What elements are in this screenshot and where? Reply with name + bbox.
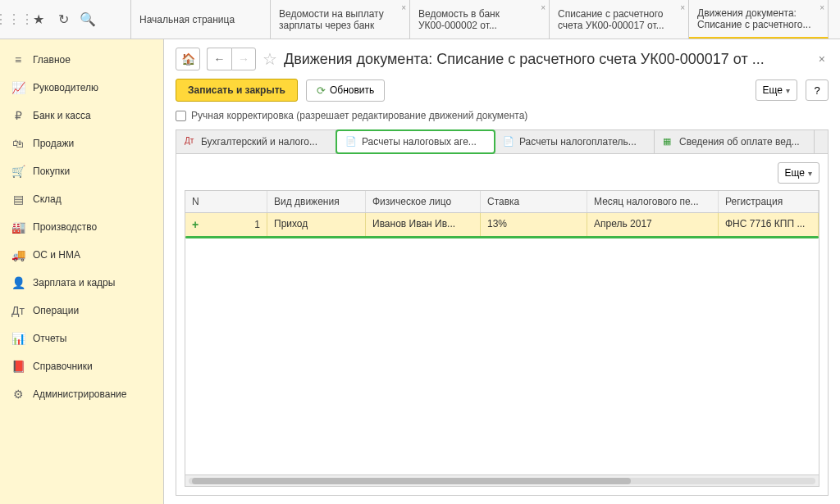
sidebar-item-sales[interactable]: 🛍Продажи	[0, 129, 163, 157]
page-title: Движения документа: Списание с расчетног…	[284, 51, 809, 68]
col-reg[interactable]: Регистрация	[719, 191, 819, 212]
doc-icon: 📄	[345, 136, 357, 148]
grid: N Вид движения Физическое лицо Ставка Ме…	[185, 190, 819, 487]
back-button[interactable]: ←	[207, 48, 231, 70]
refresh-button[interactable]: ⟳Обновить	[306, 79, 385, 102]
table-icon: ▦	[663, 136, 674, 148]
sidebar-item-hr[interactable]: 👤Зарплата и кадры	[0, 269, 163, 297]
sidebar-item-bank[interactable]: ₽Банк и касса	[0, 102, 163, 129]
close-page-button[interactable]: ×	[815, 52, 829, 66]
itab-taxpayers[interactable]: 📄Расчеты налогоплатель...	[495, 130, 655, 153]
title-row: 🏠 ← → ☆ Движения документа: Списание с р…	[176, 48, 829, 70]
forward-button[interactable]: →	[231, 48, 256, 70]
star-icon[interactable]: ★	[31, 12, 46, 27]
tab-document-movements[interactable]: Движения документа: Списание с расчетног…	[689, 0, 829, 39]
book-icon: 📕	[11, 360, 25, 373]
close-icon[interactable]: ×	[401, 3, 406, 12]
topbar: ⋮⋮⋮ ★ ↻ 🔍 Начальная страница Ведомости н…	[0, 0, 840, 39]
sidebar-item-main[interactable]: ≡Главное	[0, 46, 163, 74]
horizontal-scrollbar[interactable]	[185, 474, 819, 486]
favorite-icon[interactable]: ☆	[262, 49, 277, 69]
search-icon[interactable]: 🔍	[80, 12, 95, 27]
col-type[interactable]: Вид движения	[267, 191, 366, 212]
sidebar-item-purchases[interactable]: 🛒Покупки	[0, 157, 163, 185]
history-icon[interactable]: ↻	[56, 12, 71, 27]
sidebar-item-operations[interactable]: ДтОперации	[0, 297, 163, 325]
toolbar: Записать и закрыть ⟳Обновить Еще▾ ?	[176, 79, 829, 102]
sidebar-item-manager[interactable]: 📈Руководителю	[0, 74, 163, 102]
sidebar-item-assets[interactable]: 🚚ОС и НМА	[0, 241, 163, 269]
col-person[interactable]: Физическое лицо	[366, 191, 481, 212]
help-button[interactable]: ?	[806, 79, 829, 101]
gear-icon: ⚙	[11, 388, 25, 401]
manual-edit-checkbox[interactable]	[176, 111, 186, 121]
itab-payment-info[interactable]: ▦Сведения об оплате вед...	[655, 130, 815, 153]
tab-payroll-lists[interactable]: Ведомости на выплату зарплаты через банк…	[271, 0, 410, 39]
grid-header: N Вид движения Физическое лицо Ставка Ме…	[185, 191, 819, 213]
grid-body: +1 Приход Иванов Иван Ив... 13% Апрель 2…	[185, 213, 819, 474]
chart-icon: 📈	[11, 81, 25, 94]
apps-icon[interactable]: ⋮⋮⋮	[7, 12, 21, 27]
more-button[interactable]: Еще▾	[756, 79, 797, 101]
tab-start-page[interactable]: Начальная страница	[131, 0, 271, 39]
close-icon[interactable]: ×	[819, 3, 824, 12]
ledger-icon: Дт	[185, 136, 196, 148]
main: ≡Главное 📈Руководителю ₽Банк и касса 🛍Пр…	[0, 39, 840, 504]
itab-accounting[interactable]: ДтБухгалтерский и налого...	[176, 130, 336, 153]
sidebar-item-admin[interactable]: ⚙Администрирование	[0, 380, 163, 408]
sidebar-item-reports[interactable]: 📊Отчеты	[0, 325, 163, 352]
bag-icon: 🛍	[11, 137, 25, 150]
content: 🏠 ← → ☆ Движения документа: Списание с р…	[164, 39, 840, 504]
col-n[interactable]: N	[185, 191, 267, 212]
topbar-tools: ⋮⋮⋮ ★ ↻ 🔍	[0, 0, 131, 39]
window-tabs: Начальная страница Ведомости на выплату …	[131, 0, 840, 39]
inner-tabs: ДтБухгалтерский и налого... 📄Расчеты нал…	[176, 129, 829, 153]
manual-edit-row: Ручная корректировка (разрешает редактир…	[176, 110, 829, 121]
tab-bank-statement[interactable]: Ведомость в банк УК00-000002 от... ×	[410, 0, 550, 39]
close-icon[interactable]: ×	[680, 3, 685, 12]
table-row[interactable]: +1 Приход Иванов Иван Ив... 13% Апрель 2…	[185, 213, 819, 237]
menu-icon: ≡	[11, 53, 25, 66]
ops-icon: Дт	[11, 304, 25, 317]
sidebar-item-warehouse[interactable]: ▤Склад	[0, 185, 163, 213]
tab-account-debit[interactable]: Списание с расчетного счета УК00-000017 …	[550, 0, 689, 39]
chevron-down-icon: ▾	[808, 169, 812, 178]
grid-more-button[interactable]: Еще▾	[778, 162, 819, 184]
tab-content: Еще▾ N Вид движения Физическое лицо Став…	[176, 153, 829, 496]
home-button[interactable]: 🏠	[176, 48, 200, 70]
save-close-button[interactable]: Записать и закрыть	[176, 79, 298, 102]
report-icon: 📊	[11, 332, 25, 345]
col-rate[interactable]: Ставка	[481, 191, 587, 212]
sidebar-item-production[interactable]: 🏭Производство	[0, 213, 163, 241]
cart-icon: 🛒	[11, 165, 25, 178]
col-month[interactable]: Месяц налогового пе...	[587, 191, 719, 212]
close-icon[interactable]: ×	[541, 3, 546, 12]
chevron-down-icon: ▾	[786, 86, 790, 95]
grid-toolbar: Еще▾	[185, 162, 819, 184]
plus-icon: +	[192, 218, 199, 231]
boxes-icon: ▤	[11, 193, 25, 206]
sidebar: ≡Главное 📈Руководителю ₽Банк и касса 🛍Пр…	[0, 39, 164, 504]
itab-tax-agents[interactable]: 📄Расчеты налоговых аге...	[336, 129, 495, 154]
refresh-icon: ⟳	[317, 84, 326, 97]
ruble-icon: ₽	[11, 109, 25, 122]
manual-edit-label: Ручная корректировка (разрешает редактир…	[191, 110, 527, 121]
person-icon: 👤	[11, 276, 25, 289]
doc-icon: 📄	[503, 136, 514, 148]
sidebar-item-catalogs[interactable]: 📕Справочники	[0, 352, 163, 380]
truck-icon: 🚚	[11, 248, 25, 261]
factory-icon: 🏭	[11, 220, 25, 234]
